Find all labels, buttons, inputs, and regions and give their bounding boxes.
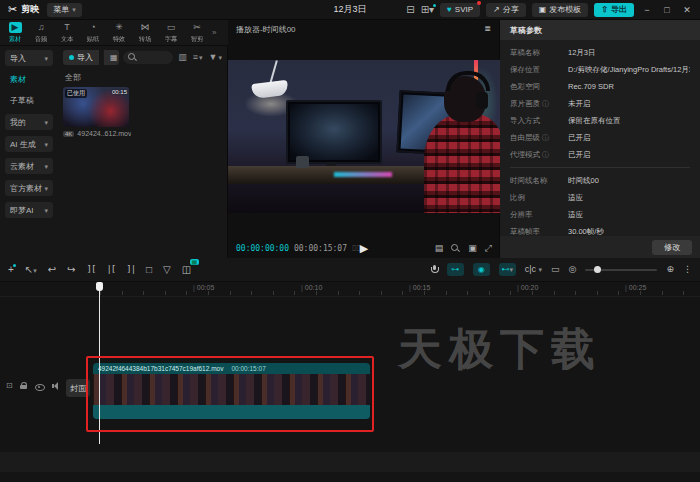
delete-tool[interactable]: □ — [146, 265, 152, 275]
tab-label: 文本 — [61, 34, 74, 43]
zoom-fit-button[interactable]: ⊕ — [666, 265, 674, 274]
more-options-icon[interactable]: ⋮ — [683, 265, 692, 274]
undo-icon[interactable]: ↩ — [48, 265, 56, 275]
clip-duration: 00:00:15:07 — [231, 365, 265, 372]
select-tool[interactable]: ↖▾ — [25, 265, 37, 275]
layout-single-icon[interactable]: ⊟ — [406, 5, 414, 15]
fullscreen-icon[interactable]: ⤢ — [485, 244, 492, 253]
sidebar-item-jimeng-ai[interactable]: 即梦AI ▾ — [5, 202, 53, 218]
svip-button[interactable]: ♥ SVIP — [440, 3, 480, 17]
minimize-button[interactable]: − — [640, 5, 654, 15]
clip-header: 49242f4644384b17b31c7457c19af612.mov 00:… — [93, 363, 370, 374]
video-preview[interactable] — [228, 60, 500, 213]
maximize-button[interactable]: □ — [660, 5, 674, 15]
timeline-tools-right: ⊶ ◉ ⊷▾ c|c ▾ ▭ ◎ ⊕ ⋮ — [430, 263, 692, 276]
tab-captions[interactable]: ▭ 字幕 — [158, 22, 184, 44]
slider-handle[interactable] — [594, 266, 601, 273]
publish-template-button[interactable]: ▣ 发布模板 — [532, 3, 589, 17]
playhead[interactable] — [99, 282, 100, 444]
clip-duration-badge: 00:15 — [112, 89, 127, 95]
timeline-video-clip[interactable]: 49242f4644384b17b31c7457c19af612.mov 00:… — [93, 363, 370, 419]
param-value: 适应 — [568, 210, 583, 220]
share-icon: ↗ — [493, 6, 500, 14]
hide-track-icon[interactable] — [35, 383, 45, 390]
timecode-button[interactable]: ▭ — [551, 265, 560, 274]
export-button[interactable]: ⇧ 导出 — [594, 3, 634, 17]
tab-label: 转场 — [139, 34, 152, 43]
channel-mode-dropdown[interactable]: c|c ▾ — [525, 265, 542, 274]
chevron-down-icon: ▾ — [72, 6, 76, 13]
player-menu-icon[interactable]: ≣ — [484, 25, 491, 33]
tab-effects[interactable]: ✳ 特效 — [106, 22, 132, 44]
menu-button[interactable]: 菜单 ▾ — [47, 3, 82, 17]
play-button[interactable]: ▶ — [354, 242, 374, 255]
mute-track-icon[interactable] — [52, 382, 61, 390]
mark-point-button[interactable]: ◎ — [569, 265, 577, 274]
sidebar-item-ai-generate[interactable]: AI 生成 ▾ — [5, 136, 53, 152]
add-media-button[interactable]: + — [8, 265, 14, 275]
ruler-label: 00:20 — [517, 284, 538, 291]
param-row: 原片画质ⓘ 未开启 — [510, 95, 690, 112]
link-toggle[interactable]: ◉ — [473, 263, 490, 276]
mask-tool[interactable]: ▽ — [163, 265, 171, 275]
sidebar-item-mine[interactable]: 我的 ▾ — [5, 114, 53, 130]
source-select-dropdown[interactable]: 导入 ▾ — [5, 50, 53, 66]
freeze-frame-tool[interactable]: ◫▦ — [182, 265, 191, 275]
template-icon: ▣ — [539, 6, 547, 14]
tab-media[interactable]: ▶ 素材 — [2, 22, 28, 44]
param-value: 已开启 — [568, 150, 591, 160]
svip-label: SVIP — [455, 5, 473, 14]
empty-track-lane[interactable] — [0, 452, 700, 472]
timeline-ruler[interactable]: 00:05 00:10 00:15 00:20 00:25 — [0, 282, 700, 297]
player-panel: 播放器-时间线00 ≣ 00:00:00:00 00:00:15:07 ▯▯ — [228, 20, 500, 258]
more-tabs-button[interactable]: » — [212, 29, 216, 37]
tab-smart-edit[interactable]: ✂ 智剪 — [184, 22, 210, 44]
headphones-earcup — [476, 92, 488, 109]
timeline-zoom-slider[interactable] — [585, 265, 657, 275]
current-time: 00:00:00:00 — [236, 244, 289, 253]
sidebar-item-material[interactable]: 素材 — [5, 72, 53, 87]
split-tool[interactable]: ][ — [87, 265, 96, 274]
magnet-toggle[interactable]: ⊶ — [447, 263, 464, 276]
lock-track-icon[interactable] — [20, 382, 28, 390]
chevron-down-icon: ▾ — [199, 54, 203, 61]
export-label: 导出 — [611, 4, 627, 15]
track-collapse-icon[interactable]: ⊡ — [6, 382, 13, 390]
sidebar-item-subdraft[interactable]: 子草稿 — [5, 93, 53, 108]
media-clip-thumbnail[interactable]: 已使用 00:15 — [63, 87, 129, 127]
chevron-down-icon: ▾ — [44, 55, 48, 62]
import-button[interactable]: 导入 — [63, 50, 99, 65]
close-button[interactable]: ✕ — [680, 5, 694, 15]
sidebar-item-official-material[interactable]: 官方素材 ▾ — [5, 180, 53, 196]
modify-button[interactable]: 修改 — [652, 240, 692, 255]
delete-right-tool[interactable]: ]| — [126, 265, 135, 274]
track-header-controls: ⊡ S — [6, 382, 73, 390]
ratio-button[interactable]: ▣ — [468, 244, 477, 253]
redo-icon[interactable]: ↪ — [67, 265, 75, 275]
timeline-toolbar: + ↖▾ ↩ ↪ ][ |[ ]| □ ▽ ◫▦ ⊶ ◉ ⊷▾ c|c ▾ ▭ … — [0, 258, 700, 282]
quality-button[interactable]: ▤ — [435, 244, 444, 253]
captions-icon: ▭ — [165, 22, 178, 33]
record-audio-icon[interactable] — [430, 265, 438, 275]
cover-button[interactable]: 封面 — [66, 379, 90, 397]
media-toolbar: 导入 ▦ ▥ ≡▾ ▼▾ — [63, 50, 223, 65]
timeline-tools-left: + ↖▾ ↩ ↪ ][ |[ ]| □ ▽ ◫▦ — [8, 265, 191, 275]
preview-zoom-icon[interactable] — [451, 244, 460, 253]
grid-view-button[interactable]: ▥ — [177, 53, 188, 62]
search-input[interactable] — [123, 51, 173, 64]
tab-audio[interactable]: ♫ 音频 — [28, 22, 54, 44]
share-button[interactable]: ↗ 分享 — [486, 3, 526, 17]
preview-axis-toggle[interactable]: ⊷▾ — [499, 263, 516, 276]
layout-grid-icon[interactable]: ⊞▾ — [421, 5, 434, 15]
keyboard-glow — [334, 172, 392, 177]
tab-sticker[interactable]: ◔ 贴纸 — [80, 22, 106, 44]
tab-transitions[interactable]: ⋈ 转场 — [132, 22, 158, 44]
param-label: 代理模式 — [510, 150, 540, 160]
sidebar-item-cloud-material[interactable]: 云素材 ▾ — [5, 158, 53, 174]
tab-text[interactable]: T 文本 — [54, 22, 80, 44]
view-toggle-icon[interactable]: ▦ — [103, 50, 119, 65]
delete-left-tool[interactable]: |[ — [106, 265, 115, 274]
filter-dropdown[interactable]: ▼▾ — [208, 53, 223, 62]
sort-dropdown[interactable]: ≡▾ — [192, 53, 204, 62]
sidebar-item-label: 我的 — [10, 117, 26, 128]
